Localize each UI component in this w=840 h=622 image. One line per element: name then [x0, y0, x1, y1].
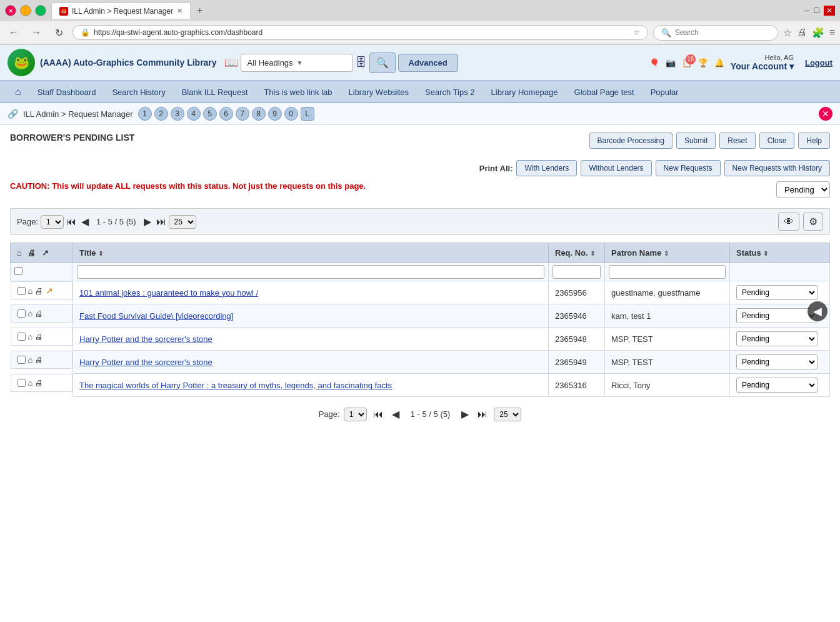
bookmarks-icon[interactable]: ☆ — [783, 27, 792, 39]
bell-icon-btn[interactable]: 🔔 — [714, 58, 724, 68]
prev-page-btn-top[interactable]: ◀ — [79, 214, 91, 229]
page-num-2[interactable]: 2 — [154, 107, 168, 121]
tab-close-btn[interactable]: ✕ — [177, 7, 182, 15]
close-breadcrumb-btn[interactable]: ✕ — [819, 107, 832, 121]
balloon-icon-btn[interactable]: 🎈 — [649, 58, 659, 68]
advanced-button[interactable]: Advanced — [398, 54, 458, 72]
page-num-0[interactable]: 0 — [284, 107, 298, 121]
filter-req-input[interactable] — [552, 265, 601, 279]
row-checkbox[interactable] — [18, 287, 26, 295]
row-status-select[interactable]: PendingActiveClosed — [736, 308, 818, 323]
row-title-link[interactable]: 101 animal jokes : guaranteed to make yo… — [79, 288, 258, 298]
back-btn[interactable]: ← — [5, 24, 22, 41]
nav-popular[interactable]: Popular — [643, 83, 686, 102]
filter-patron-input[interactable] — [609, 265, 726, 279]
bookmark-icon[interactable]: ☆ — [633, 28, 640, 37]
nav-weblink[interactable]: This is web link lab — [256, 83, 339, 102]
window-minimize-icon[interactable]: ─ — [804, 6, 809, 15]
new-requests-history-btn[interactable]: New Requests with History — [724, 160, 830, 176]
grid-view-btn[interactable]: 👁 — [778, 213, 799, 231]
row-checkbox[interactable] — [18, 333, 26, 341]
page-num-8[interactable]: 8 — [252, 107, 266, 121]
new-tab-btn[interactable]: + — [191, 3, 209, 19]
page-num-7[interactable]: 7 — [236, 107, 249, 121]
page-num-L[interactable]: L — [301, 107, 314, 121]
account-name[interactable]: Your Account ▾ — [731, 61, 794, 71]
row-title-link[interactable]: Harry Potter and the sorcerer's stone — [79, 334, 212, 344]
row-status-select[interactable]: PendingActiveClosed — [736, 354, 818, 369]
col-header-title[interactable]: Title ⇕ — [73, 243, 549, 263]
page-select-bottom[interactable]: 1 — [344, 408, 367, 421]
first-page-btn-bottom[interactable]: ⏮ — [371, 408, 386, 421]
print-icon[interactable]: 🖨 — [797, 27, 807, 38]
browser-search-bar[interactable]: 🔍 — [653, 25, 778, 41]
help-btn[interactable]: Help — [798, 133, 830, 149]
with-lenders-btn[interactable]: With Lenders — [516, 160, 577, 176]
last-page-btn-bottom[interactable]: ⏭ — [475, 408, 490, 421]
row-checkbox[interactable] — [18, 309, 26, 318]
reload-btn[interactable]: ↻ — [50, 24, 68, 41]
reset-btn[interactable]: Reset — [719, 133, 755, 149]
camera-icon-btn[interactable]: 📷 — [666, 58, 676, 68]
page-num-6[interactable]: 6 — [219, 107, 233, 121]
bulk-status-select[interactable]: Pending Active Closed — [776, 181, 830, 198]
first-page-btn-top[interactable]: ⏮ — [64, 215, 79, 229]
without-lenders-btn[interactable]: Without Lenders — [581, 160, 651, 176]
page-num-3[interactable]: 3 — [171, 107, 184, 121]
notifications-btn[interactable]: 📋 16 — [682, 58, 692, 68]
row-status-select[interactable]: PendingActiveClosed — [736, 285, 818, 300]
col-header-patron[interactable]: Patron Name ⇕ — [605, 243, 730, 263]
row-checkbox[interactable] — [18, 379, 26, 387]
forward-btn[interactable]: → — [28, 24, 45, 41]
page-num-9[interactable]: 9 — [268, 107, 282, 121]
account-area[interactable]: Hello, AG Your Account ▾ — [731, 54, 794, 71]
page-num-5[interactable]: 5 — [203, 107, 217, 121]
maximize-btn[interactable] — [35, 5, 46, 16]
database-icon[interactable]: 🗄 — [356, 56, 367, 69]
close-window-btn[interactable]: ✕ — [5, 5, 16, 16]
row-title-link[interactable]: The magical worlds of Harry Potter : a t… — [79, 381, 392, 390]
page-select-top[interactable]: 1 — [41, 215, 64, 229]
sort-status-icon[interactable]: ⇕ — [763, 250, 768, 257]
nav-home-icon[interactable]: ⌂ — [8, 81, 29, 103]
nav-library-homepage[interactable]: Library Homepage — [484, 83, 566, 102]
heading-select-dropdown[interactable]: All Headings ▼ — [241, 54, 353, 72]
col-header-status[interactable]: Status ⇕ — [730, 243, 830, 263]
nav-staff-dashboard[interactable]: Staff Dashboard — [30, 83, 104, 102]
trophy-icon-btn[interactable]: 🏆 — [698, 58, 708, 68]
submit-btn[interactable]: Submit — [676, 133, 716, 149]
close-btn[interactable]: Close — [759, 133, 795, 149]
minimize-btn[interactable] — [20, 5, 31, 16]
page-num-1[interactable]: 1 — [138, 107, 152, 121]
last-page-btn-top[interactable]: ⏭ — [154, 215, 169, 229]
prev-page-btn-bottom[interactable]: ◀ — [389, 407, 402, 421]
next-page-btn-top[interactable]: ▶ — [141, 214, 154, 229]
row-checkbox[interactable] — [18, 356, 26, 364]
per-page-select-bottom[interactable]: 25 — [494, 408, 521, 421]
window-close-icon[interactable]: ✕ — [824, 6, 835, 16]
sort-patron-icon[interactable]: ⇕ — [664, 250, 669, 257]
new-requests-btn[interactable]: New Requests — [656, 160, 721, 176]
row-status-select[interactable]: PendingActiveClosed — [736, 331, 818, 346]
search-button[interactable]: 🔍 — [369, 53, 396, 73]
extensions-icon[interactable]: 🧩 — [812, 27, 824, 39]
scroll-left-arrow[interactable]: ◀ — [808, 301, 828, 321]
url-bar[interactable]: 🔒 https://qa-stwi-agent.auto-graphics.co… — [72, 25, 648, 40]
menu-icon[interactable]: ≡ — [829, 27, 835, 38]
nav-search-tips[interactable]: Search Tips 2 — [418, 83, 482, 102]
window-restore-icon[interactable]: ☐ — [813, 6, 820, 15]
settings-btn[interactable]: ⚙ — [803, 213, 823, 231]
col-header-req-no[interactable]: Req. No. ⇕ — [549, 243, 605, 263]
select-all-checkbox[interactable] — [14, 267, 22, 275]
sort-req-icon[interactable]: ⇕ — [590, 250, 595, 257]
sort-title-icon[interactable]: ⇕ — [98, 250, 103, 257]
nav-blank-ill[interactable]: Blank ILL Request — [174, 83, 256, 102]
nav-global-page[interactable]: Global Page test — [567, 83, 642, 102]
nav-search-history[interactable]: Search History — [104, 83, 172, 102]
filter-title-input[interactable] — [77, 265, 544, 279]
row-title-link[interactable]: Harry Potter and the sorcerer's stone — [79, 358, 212, 367]
per-page-select-top[interactable]: 25 — [169, 215, 196, 229]
row-title-link[interactable]: Fast Food Survival Guide\ [videorecordin… — [79, 311, 233, 321]
logout-button[interactable]: Logout — [805, 58, 832, 68]
nav-library-websites[interactable]: Library Websites — [341, 83, 417, 102]
